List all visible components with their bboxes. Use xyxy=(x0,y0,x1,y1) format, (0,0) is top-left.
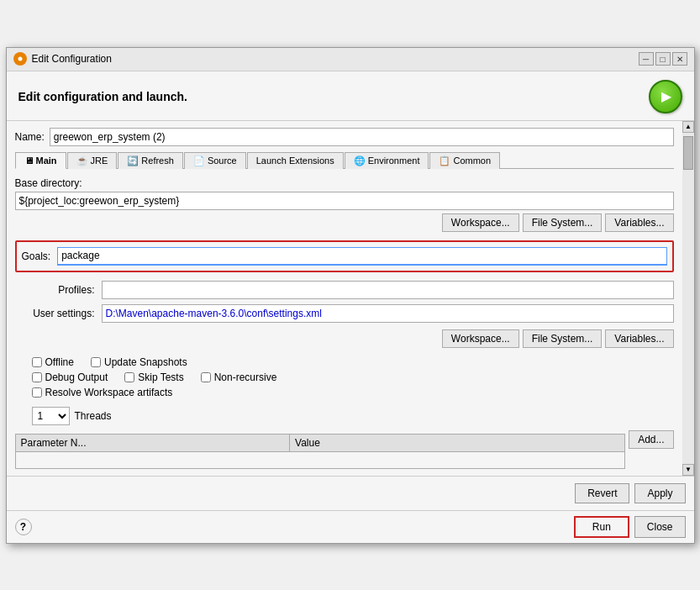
window-controls: ─ □ ✕ xyxy=(639,52,687,66)
maximize-button[interactable]: □ xyxy=(655,52,671,66)
user-settings-row: User settings: xyxy=(15,304,674,323)
revert-button[interactable]: Revert xyxy=(575,483,629,503)
workspace-button-2[interactable]: Workspace... xyxy=(442,329,519,348)
checkboxes-section: Offline Update Snapshots Debug Output Sk… xyxy=(15,356,674,398)
title-bar-left: Edit Configuration xyxy=(13,52,112,66)
name-input[interactable] xyxy=(50,128,674,146)
profiles-row: Profiles: xyxy=(15,281,674,299)
scroll-up-button[interactable]: ▲ xyxy=(682,121,694,133)
threads-row: 1 2 4 Threads xyxy=(15,407,674,425)
threads-select[interactable]: 1 2 4 xyxy=(32,407,70,425)
refresh-tab-label: Refresh xyxy=(141,155,174,166)
main-tab-label: Main xyxy=(36,155,57,166)
apply-button[interactable]: Apply xyxy=(634,483,685,503)
update-snapshots-input[interactable] xyxy=(91,357,101,367)
threads-label: Threads xyxy=(75,410,112,422)
params-table-empty-row xyxy=(15,451,625,468)
debug-output-input[interactable] xyxy=(32,372,42,382)
non-recursive-checkbox[interactable]: Non-recursive xyxy=(201,371,277,383)
jre-tab-icon: ☕ xyxy=(76,155,88,166)
variables-button-1[interactable]: Variables... xyxy=(605,213,673,232)
base-directory-input[interactable] xyxy=(15,192,674,210)
non-recursive-input[interactable] xyxy=(201,372,211,382)
run-header-button[interactable] xyxy=(649,80,682,113)
offline-label: Offline xyxy=(45,356,74,368)
variables-button-2[interactable]: Variables... xyxy=(605,329,673,348)
goals-label: Goals: xyxy=(22,250,51,262)
minimize-button[interactable]: ─ xyxy=(639,52,654,66)
footer-right: Run Close xyxy=(574,516,686,538)
user-settings-input[interactable] xyxy=(102,304,674,323)
main-tab-icon: 🖥 xyxy=(24,155,34,166)
environment-tab-label: Environment xyxy=(368,155,420,166)
params-table: Parameter N... Value xyxy=(15,434,626,469)
scroll-down-button[interactable]: ▼ xyxy=(682,464,694,476)
help-button[interactable]: ? xyxy=(15,519,32,535)
footer-row: ? Run Close xyxy=(7,510,694,543)
workspace-button-1[interactable]: Workspace... xyxy=(442,213,519,232)
refresh-tab-icon: 🔄 xyxy=(127,155,139,166)
scrollbar: ▲ ▼ xyxy=(682,121,694,476)
header-title: Edit configuration and launch. xyxy=(18,90,187,103)
params-table-wrapper: Parameter N... Value Add... xyxy=(15,430,674,469)
window-title: Edit Configuration xyxy=(32,53,112,65)
tab-main[interactable]: 🖥 Main xyxy=(15,152,66,169)
debug-output-label: Debug Output xyxy=(45,371,108,383)
debug-output-checkbox[interactable]: Debug Output xyxy=(32,371,108,383)
tab-launch-extensions[interactable]: Launch Extensions xyxy=(247,152,344,169)
file-system-button-2[interactable]: File System... xyxy=(523,329,603,348)
app-icon xyxy=(13,52,27,66)
title-bar: Edit Configuration ─ □ ✕ xyxy=(7,48,694,71)
skip-tests-input[interactable] xyxy=(124,372,134,382)
content-area: Name: 🖥 Main ☕ JRE 🔄 Refresh 📄 xyxy=(7,121,682,476)
offline-checkbox[interactable]: Offline xyxy=(32,356,74,368)
resolve-workspace-input[interactable] xyxy=(32,387,42,398)
common-tab-label: Common xyxy=(453,155,491,166)
resolve-workspace-label: Resolve Workspace artifacts xyxy=(45,387,173,398)
base-directory-section: Base directory: Workspace... File System… xyxy=(15,174,674,232)
base-directory-label: Base directory: xyxy=(15,177,674,189)
goals-input[interactable] xyxy=(57,247,666,266)
skip-tests-checkbox[interactable]: Skip Tests xyxy=(124,371,183,383)
environment-tab-icon: 🌐 xyxy=(354,155,366,166)
tab-environment[interactable]: 🌐 Environment xyxy=(345,152,429,169)
checkbox-row-1: Offline Update Snapshots xyxy=(32,356,674,368)
tab-common[interactable]: 📋 Common xyxy=(429,152,500,169)
tabs-row: 🖥 Main ☕ JRE 🔄 Refresh 📄 Source Launch E… xyxy=(15,151,674,169)
skip-tests-label: Skip Tests xyxy=(138,371,183,383)
resolve-workspace-checkbox[interactable]: Resolve Workspace artifacts xyxy=(32,387,173,398)
close-button[interactable]: Close xyxy=(634,516,686,538)
update-snapshots-checkbox[interactable]: Update Snapshots xyxy=(91,356,187,368)
goals-section: Goals: xyxy=(15,240,674,272)
param-col-name: Parameter N... xyxy=(15,434,290,451)
source-tab-label: Source xyxy=(208,155,237,166)
offline-checkbox-input[interactable] xyxy=(32,357,42,367)
non-recursive-label: Non-recursive xyxy=(214,371,277,383)
jre-tab-label: JRE xyxy=(91,155,108,166)
run-button[interactable]: Run xyxy=(574,516,629,538)
name-row: Name: xyxy=(15,128,674,146)
add-button[interactable]: Add... xyxy=(629,430,673,449)
source-tab-icon: 📄 xyxy=(193,155,205,166)
file-system-button-1[interactable]: File System... xyxy=(523,213,603,232)
tab-refresh[interactable]: 🔄 Refresh xyxy=(118,152,183,169)
checkbox-row-2: Debug Output Skip Tests Non-recursive xyxy=(32,371,674,383)
tab-jre[interactable]: ☕ JRE xyxy=(67,152,118,169)
dialog-window: Edit Configuration ─ □ ✕ Edit configurat… xyxy=(6,47,695,544)
param-col-value: Value xyxy=(290,434,625,451)
profiles-label: Profiles: xyxy=(15,284,95,296)
profiles-input[interactable] xyxy=(102,281,674,299)
close-button[interactable]: ✕ xyxy=(672,52,687,66)
header-section: Edit configuration and launch. xyxy=(7,71,694,121)
user-settings-buttons: Workspace... File System... Variables... xyxy=(15,329,674,348)
svg-point-1 xyxy=(18,57,22,61)
name-label: Name: xyxy=(15,131,45,143)
launch-extensions-tab-label: Launch Extensions xyxy=(256,155,334,166)
user-settings-label: User settings: xyxy=(15,308,95,319)
checkbox-row-3: Resolve Workspace artifacts xyxy=(32,387,674,398)
update-snapshots-label: Update Snapshots xyxy=(104,356,187,368)
bottom-buttons-row: Revert Apply xyxy=(7,476,694,510)
common-tab-icon: 📋 xyxy=(439,155,450,166)
scrollbar-thumb[interactable] xyxy=(683,136,693,170)
tab-source[interactable]: 📄 Source xyxy=(184,152,246,169)
